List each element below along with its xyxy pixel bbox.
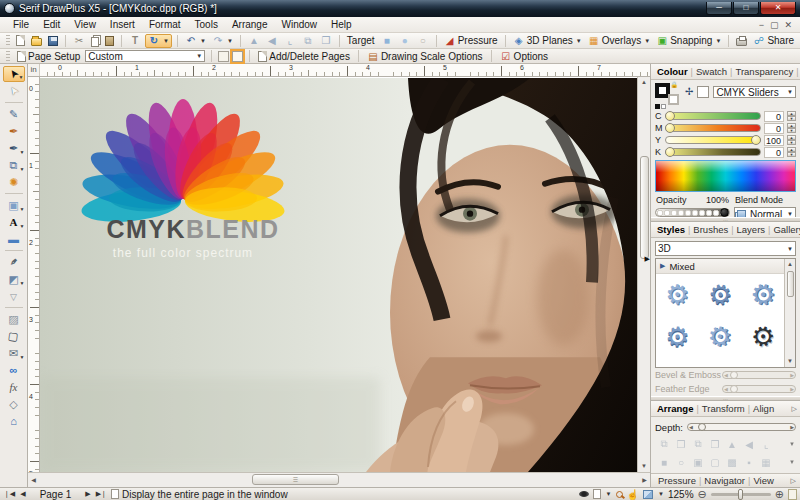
drawing-scale-options-button[interactable]: ▤Drawing Scale Options <box>365 49 485 63</box>
scroll-down-arrow[interactable]: ▼ <box>639 461 650 472</box>
menu-edit[interactable]: Edit <box>36 18 67 31</box>
tab-layers[interactable]: Layers <box>734 224 769 235</box>
fill-tool[interactable]: ▼ <box>3 271 25 287</box>
flip-vertical-button[interactable]: ▲ <box>246 34 262 48</box>
options-button[interactable]: ☑Options <box>498 49 550 63</box>
chevron-down-icon[interactable]: ▼ <box>789 441 795 447</box>
page-indicator[interactable]: Page 1 <box>30 489 82 500</box>
panel-menu-chevron-icon[interactable]: ▷ <box>791 477 796 485</box>
menu-insert[interactable]: Insert <box>103 18 142 31</box>
default-colours-swatch[interactable] <box>655 104 660 109</box>
copy-button[interactable] <box>89 34 101 48</box>
filter-effects-tool[interactable] <box>3 379 25 395</box>
mdi-close-button[interactable]: ✕ <box>784 18 792 32</box>
pen-tool[interactable]: ▼ <box>3 140 25 156</box>
snapping-button[interactable]: ▣Snapping▼ <box>654 34 723 48</box>
tab-transparency[interactable]: Transparency <box>732 66 796 77</box>
zoom-slider-thumb[interactable] <box>738 489 743 500</box>
cyan-value[interactable]: 0 <box>764 111 784 122</box>
flip-horizontal-icon[interactable]: ◀ <box>741 439 757 450</box>
black-slider-thumb[interactable] <box>665 147 675 157</box>
bevel-emboss-slider[interactable]: ◀▶ <box>722 371 796 379</box>
tab-styles[interactable]: Styles <box>654 224 688 235</box>
tab-colour[interactable]: Colour <box>654 66 691 77</box>
line-swatch[interactable] <box>668 94 679 105</box>
tab-swatch[interactable]: Swatch <box>693 66 730 77</box>
add-shapes-icon[interactable]: ■ <box>656 457 672 468</box>
horizontal-ruler[interactable]: in 0 1 2 3 4 5 6 7 <box>28 64 650 77</box>
menu-tools[interactable]: Tools <box>188 18 225 31</box>
target-ring-button[interactable]: ○ <box>415 34 431 48</box>
tab-arrange[interactable]: Arrange <box>654 403 696 414</box>
magenta-spinner[interactable]: ▲▼ <box>787 123 796 133</box>
magenta-slider-thumb[interactable] <box>665 123 675 133</box>
pointer-tool[interactable]: ▼ <box>3 66 25 82</box>
minimize-button[interactable]: ─ <box>706 2 732 15</box>
pan-hand-icon[interactable]: ☝ <box>627 489 639 500</box>
rotate-view-button[interactable]: ↻▼ <box>145 34 172 48</box>
perspective-tool[interactable] <box>3 396 25 412</box>
tab-align[interactable]: Align <box>750 403 777 414</box>
pressure-button[interactable]: ◢Pressure <box>442 34 500 48</box>
magenta-value[interactable]: 0 <box>764 123 784 134</box>
format-painter-button[interactable]: T <box>127 34 143 48</box>
previous-page-button[interactable]: ◀ <box>19 490 26 498</box>
yellow-spinner[interactable]: ▲▼ <box>787 135 796 145</box>
zoom-slider[interactable] <box>711 493 771 496</box>
send-backward-icon[interactable]: ⧉ <box>690 438 706 450</box>
scroll-left-arrow[interactable]: ◀ <box>28 475 39 486</box>
page-setup-button[interactable]: Page Setup <box>15 49 82 63</box>
ruler-unit[interactable]: in <box>28 64 40 76</box>
swap-colours-swatch[interactable] <box>661 104 666 109</box>
export-page-icon[interactable] <box>593 489 601 499</box>
add-delete-pages-button[interactable]: Add/Delete Pages <box>256 49 352 63</box>
tab-view[interactable]: View <box>750 475 776 486</box>
black-slider[interactable] <box>665 148 761 156</box>
transparency-tool[interactable] <box>3 288 25 304</box>
ungroup-button[interactable]: ❐ <box>318 34 334 48</box>
redo-button[interactable]: ↷▼ <box>210 34 235 48</box>
title-bar[interactable]: Serif DrawPlus X5 - [CMYKdoc.dpp (RGB) *… <box>0 0 800 17</box>
gear-style-thumbnail[interactable] <box>665 280 689 310</box>
bring-to-front-icon[interactable]: ⧉ <box>656 438 672 450</box>
send-to-back-icon[interactable]: ❐ <box>707 439 723 450</box>
zoom-tool-icon[interactable] <box>616 491 623 498</box>
open-button[interactable] <box>29 34 44 48</box>
blend-tool[interactable] <box>3 311 25 327</box>
divide-shapes-icon[interactable]: ▦ <box>758 457 774 468</box>
tab-brushes[interactable]: Brushes <box>690 224 731 235</box>
close-button[interactable]: ✕ <box>760 2 796 15</box>
toolbar-grip[interactable] <box>6 35 10 46</box>
yellow-value[interactable]: 100 <box>764 135 784 146</box>
menu-file[interactable]: File <box>6 18 36 31</box>
mdi-restore-button[interactable]: ▢ <box>770 18 779 32</box>
panel-collapse-handle[interactable]: ▶ <box>645 255 650 263</box>
bring-forward-icon[interactable]: ❐ <box>673 439 689 450</box>
connector-tool[interactable]: ▼ <box>3 157 25 173</box>
extrude-tool[interactable] <box>3 413 25 429</box>
crop-shapes-icon[interactable]: ▩ <box>724 457 740 468</box>
depth-slider-thumb[interactable] <box>698 423 706 431</box>
tab-transform[interactable]: Transform <box>699 403 748 414</box>
target-circle-button[interactable]: ● <box>397 34 413 48</box>
vertical-scroll-thumb[interactable] <box>640 156 649 259</box>
page-size-combobox[interactable]: Custom▼ <box>85 50 205 62</box>
magenta-slider[interactable] <box>665 124 761 132</box>
no-colour-swatch[interactable] <box>697 86 709 98</box>
gear-style-thumbnail[interactable] <box>702 318 738 356</box>
preview-eye-icon[interactable] <box>579 491 589 497</box>
cut-button[interactable]: ✂ <box>71 34 87 48</box>
horizontal-scroll-thumb[interactable]: ☰ <box>252 474 339 485</box>
yellow-slider[interactable] <box>665 136 761 144</box>
cyan-slider-thumb[interactable] <box>665 111 675 121</box>
landscape-orientation-button[interactable] <box>232 51 243 62</box>
3d-planes-button[interactable]: ◈3D Planes▼ <box>511 34 584 48</box>
mdi-minimize-button[interactable]: − <box>759 18 764 32</box>
save-button[interactable] <box>46 34 60 48</box>
group-button[interactable]: ⧉ <box>300 34 316 48</box>
new-document-button[interactable] <box>14 34 27 48</box>
scroll-right-arrow[interactable]: ▶ <box>639 475 650 486</box>
combine-shapes-icon[interactable]: ▢ <box>707 457 723 468</box>
menu-arrange[interactable]: Arrange <box>225 18 275 31</box>
chevron-down-icon[interactable]: ▼ <box>789 459 795 465</box>
